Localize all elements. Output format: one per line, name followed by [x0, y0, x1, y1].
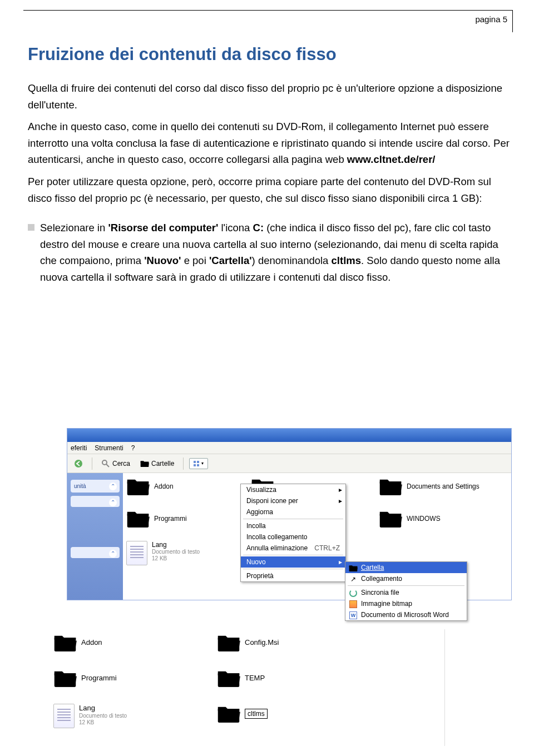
- chevron-up-icon: ⌃: [109, 550, 117, 558]
- menu-item[interactable]: Incolla collegamento: [241, 531, 345, 543]
- svg-line-2: [106, 464, 109, 467]
- menu-item[interactable]: Aggiorna: [241, 506, 345, 518]
- folder-icon: [379, 509, 402, 529]
- new-folder-name-input[interactable]: cltlms: [245, 709, 268, 719]
- submenu-item-cartella[interactable]: Cartella: [345, 562, 467, 573]
- context-menu[interactable]: Visualizza Disponi icone per Aggiorna In…: [240, 484, 346, 582]
- folder-item[interactable]: Config.Msi: [217, 633, 279, 653]
- menu-item[interactable]: Incolla: [241, 520, 345, 531]
- folder-item[interactable]: Programmi: [126, 509, 187, 529]
- sync-icon: [349, 589, 358, 598]
- file-item[interactable]: Lang Documento di testo 12 KB: [126, 541, 200, 565]
- chevron-up-icon: ⌃: [109, 483, 117, 490]
- submenu-item[interactable]: Immagine bitmap: [345, 598, 467, 609]
- side-panel-section[interactable]: unità ⌃: [71, 480, 120, 493]
- side-panel-section[interactable]: ⌃: [71, 496, 120, 507]
- shortcut-icon: ↗: [349, 575, 358, 584]
- submenu-item[interactable]: ↗ Collegamento: [345, 573, 467, 584]
- view-mode-button[interactable]: ▾: [189, 458, 208, 469]
- view-icon: [194, 461, 200, 466]
- bullet-item: Selezionare in 'Risorse del computer' l'…: [28, 220, 512, 285]
- title-bar: [67, 429, 511, 442]
- folder-item[interactable]: Documents and Settings: [379, 476, 479, 496]
- folder-item[interactable]: WINDOWS: [379, 509, 441, 529]
- text-file-icon: [126, 541, 147, 565]
- new-folder-item[interactable]: cltlms: [217, 704, 268, 724]
- file-item[interactable]: Lang Documento di testo 12 KB: [53, 704, 127, 728]
- search-icon: [101, 459, 110, 468]
- folder-item[interactable]: Programmi: [53, 668, 117, 688]
- search-button[interactable]: Cerca: [98, 458, 134, 469]
- menu-item[interactable]: eferiti: [71, 444, 87, 452]
- svg-rect-5: [194, 464, 196, 466]
- paragraph-1: Quella di fruire dei contenuti del corso…: [28, 80, 512, 113]
- folder-icon: [53, 668, 77, 688]
- menu-item[interactable]: ?: [131, 444, 135, 452]
- menu-bar[interactable]: eferiti Strumenti ?: [67, 442, 511, 454]
- menu-item[interactable]: Visualizza: [241, 484, 345, 495]
- toolbar: Cerca Cartelle ▾: [67, 454, 511, 473]
- folder-icon: [349, 564, 358, 573]
- folder-icon: [217, 633, 240, 653]
- svg-rect-3: [194, 461, 196, 463]
- bullet-icon: [28, 224, 34, 231]
- context-submenu-nuovo[interactable]: Cartella ↗ Collegamento Sincronia file I…: [345, 561, 467, 621]
- menu-item[interactable]: Annulla eliminazioneCTRL+Z: [241, 543, 345, 554]
- folder-item[interactable]: TEMP: [217, 668, 265, 688]
- page-title: Fruizione dei contenuti da disco fisso: [28, 44, 512, 64]
- side-panel-section[interactable]: ⌃: [71, 547, 120, 558]
- svg-point-0: [75, 460, 82, 467]
- bitmap-icon: [349, 600, 358, 609]
- svg-rect-6: [197, 464, 199, 466]
- submenu-item[interactable]: Sincronia file: [345, 587, 467, 598]
- folder-icon: [53, 633, 77, 653]
- side-panel: unità ⌃ ⌃ ⌃: [67, 473, 123, 600]
- svg-rect-4: [197, 461, 199, 463]
- folder-icon: [217, 704, 240, 724]
- folder-item[interactable]: Addon: [53, 633, 102, 653]
- menu-item[interactable]: Strumenti: [95, 444, 123, 452]
- screenshot-composite: eferiti Strumenti ? Cerca Cartelle ▾: [50, 428, 512, 745]
- folder-icon: [379, 476, 402, 496]
- text-file-icon: [53, 704, 75, 728]
- back-button[interactable]: [71, 458, 86, 469]
- explorer-window-bottom: Addon Config.Msi Programmi TEMP Lang Doc…: [50, 629, 445, 746]
- paragraph-2: Anche in questo caso, come in quello dei…: [28, 118, 512, 168]
- paragraph-3: Per poter utilizzare questa opzione, per…: [28, 173, 512, 206]
- menu-item[interactable]: Proprietà: [241, 570, 345, 581]
- menu-item[interactable]: Disponi icone per: [241, 495, 345, 506]
- submenu-item[interactable]: W Documento di Microsoft Word: [345, 609, 467, 620]
- word-icon: W: [349, 611, 358, 620]
- folder-icon: [126, 476, 150, 496]
- menu-item-nuovo[interactable]: Nuovo: [241, 556, 345, 568]
- folder-item[interactable]: Addon: [126, 476, 174, 496]
- bullet-text: Selezionare in 'Risorse del computer' l'…: [40, 220, 512, 285]
- folder-icon: [126, 509, 150, 529]
- folders-button[interactable]: Cartelle: [137, 458, 177, 469]
- page-number: pagina 5: [475, 14, 507, 24]
- chevron-up-icon: ⌃: [109, 499, 117, 506]
- folder-icon: [217, 668, 240, 688]
- folder-icon: [140, 459, 149, 468]
- svg-point-1: [102, 460, 107, 465]
